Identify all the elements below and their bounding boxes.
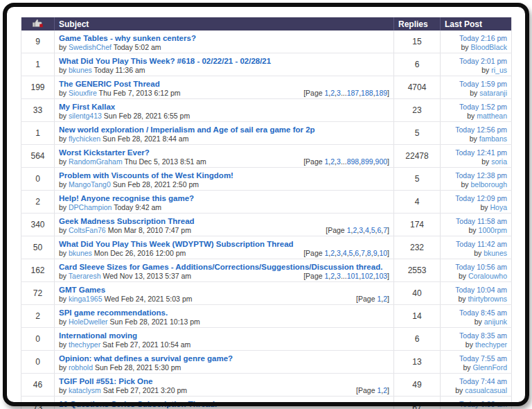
last-post-time-link[interactable]: Today 12:09 pm <box>455 194 507 202</box>
thread-title-link[interactable]: International moving <box>59 331 137 340</box>
last-post-author-link[interactable]: Hoya <box>490 203 507 211</box>
thread-author-link[interactable]: bkunes <box>69 249 92 257</box>
thread-author-link[interactable]: HoleDweller <box>69 317 108 326</box>
thread-title-link[interactable]: Worst Kickstarter Ever? <box>59 148 150 157</box>
page-number-link[interactable]: 2 <box>330 89 335 97</box>
last-post-time-link[interactable]: Today 7:55 am <box>459 354 507 363</box>
thread-title-link[interactable]: Card Sleeve Sizes for Games - Additions/… <box>59 263 382 271</box>
page-number-link[interactable]: 188 <box>361 89 373 97</box>
last-post-author-link[interactable]: soria <box>491 157 507 166</box>
last-post-time-link[interactable]: Today 7:44 am <box>459 377 507 385</box>
page-number-link[interactable]: 5 <box>371 226 375 234</box>
page-number-link[interactable]: 1 <box>325 272 329 280</box>
thread-author-link[interactable]: MangoTang0 <box>69 180 111 189</box>
thread-title-link[interactable]: What Did You Play This Week (WDYPTW) Sub… <box>59 240 294 248</box>
last-post-author-link[interactable]: bkunes <box>484 249 507 257</box>
last-post-time-link[interactable]: Today 10:04 am <box>455 286 507 294</box>
page-number-link[interactable]: 1 <box>325 249 329 257</box>
thread-author-link[interactable]: thechyper <box>69 340 100 349</box>
last-post-author-link[interactable]: casualcasual <box>465 386 507 394</box>
thread-title-link[interactable]: The GENERIC Post Thread <box>59 80 160 88</box>
thread-author-link[interactable]: DPChampion <box>69 203 112 211</box>
last-post-author-link[interactable]: ri_us <box>491 66 507 74</box>
last-post-author-link[interactable]: sataranji <box>479 89 507 97</box>
thread-title-link[interactable]: SPI game recommendations. <box>59 308 168 317</box>
page-number-link[interactable]: 6 <box>355 249 359 257</box>
page-links[interactable]: [Page 1,2,3,4,5,6,7] <box>326 226 389 234</box>
last-post-time-link[interactable]: Today 11:42 am <box>456 240 507 248</box>
thread-author-link[interactable]: Siouxfire <box>69 89 97 97</box>
last-post-author-link[interactable]: Coralouwho <box>468 272 507 280</box>
page-number-link[interactable]: 3 <box>359 226 363 234</box>
last-post-author-link[interactable]: belborough <box>470 180 507 189</box>
page-number-link[interactable]: 2 <box>330 157 335 166</box>
page-number-link[interactable]: 898 <box>347 157 360 166</box>
page-number-link[interactable]: 1 <box>325 157 329 166</box>
page-number-link[interactable]: 2 <box>353 226 357 234</box>
last-post-author-link[interactable]: fambans <box>479 134 507 143</box>
last-post-time-link[interactable]: Today 12:41 pm <box>455 148 507 157</box>
page-number-link[interactable]: 187 <box>347 89 360 97</box>
page-number-link[interactable]: 2 <box>330 249 335 257</box>
page-links[interactable]: [Page 1,2,3,4,5,6,7,8,9,10] <box>303 249 389 257</box>
last-post-author-link[interactable]: anijunk <box>484 317 507 326</box>
page-number-link[interactable]: 8 <box>367 249 371 257</box>
last-post-time-link[interactable]: Today 1:52 pm <box>459 103 507 111</box>
page-links[interactable]: [Page 1,2,3...898,899,900] <box>303 157 389 166</box>
last-post-time-link[interactable]: Today 6:33 am <box>459 400 507 408</box>
subject-column-header[interactable]: Subject <box>55 17 394 31</box>
thread-author-link[interactable]: kataclysm <box>69 386 101 394</box>
last-post-author-link[interactable]: matthean <box>477 112 507 120</box>
page-number-link[interactable]: 899 <box>361 157 373 166</box>
last-post-author-link[interactable]: thechyper <box>475 340 507 349</box>
thread-author-link[interactable]: flychicken <box>69 134 100 143</box>
page-number-link[interactable]: 102 <box>361 272 373 280</box>
thread-author-link[interactable]: silentg413 <box>69 112 102 120</box>
thread-author-link[interactable]: Taeraresh <box>69 272 101 280</box>
page-links[interactable]: [Page 1,2,3...101,102,103] <box>303 272 389 280</box>
thread-title-link[interactable]: Geek Madness Subscription Thread <box>59 217 195 225</box>
page-number-link[interactable]: 5 <box>349 249 353 257</box>
last-post-time-link[interactable]: Today 8:35 am <box>459 331 507 340</box>
last-post-time-link[interactable]: Today 10:56 am <box>455 263 507 271</box>
page-number-link[interactable]: 103 <box>375 272 388 280</box>
thread-author-link[interactable]: bkunes <box>69 66 92 74</box>
thread-title-link[interactable]: What Did You Play This Week? #618 - 02/2… <box>59 57 271 65</box>
page-links[interactable]: [Page 1,2] <box>356 295 389 303</box>
last-post-time-link[interactable]: Today 2:16 pm <box>459 34 507 42</box>
thread-author-link[interactable]: kinga1965 <box>69 295 102 303</box>
thread-title-link[interactable]: New world exploration / Imperialism and … <box>59 125 315 134</box>
page-number-link[interactable]: 1 <box>377 295 381 303</box>
page-number-link[interactable]: 1 <box>325 89 329 97</box>
thread-title-link[interactable]: My First Kallax <box>59 103 115 111</box>
last-post-time-link[interactable]: Today 12:56 pm <box>455 125 507 134</box>
last-post-author-link[interactable]: thirtybrowns <box>468 295 507 303</box>
page-links[interactable]: [Page 1,2] <box>356 386 389 394</box>
thread-author-link[interactable]: robhold <box>69 363 93 372</box>
page-number-link[interactable]: 3 <box>337 249 341 257</box>
page-number-link[interactable]: 4 <box>365 226 369 234</box>
thread-title-link[interactable]: 10 Questions Series Subscription Thread. <box>59 400 217 408</box>
page-number-link[interactable]: 2 <box>330 272 335 280</box>
last-post-time-link[interactable]: Today 8:45 am <box>459 308 507 317</box>
last-post-time-link[interactable]: Today 12:38 pm <box>455 171 507 180</box>
thread-author-link[interactable]: ColtsFan76 <box>69 226 106 234</box>
page-number-link[interactable]: 4 <box>343 249 347 257</box>
page-number-link[interactable]: 1 <box>377 386 381 394</box>
page-number-link[interactable]: 9 <box>373 249 378 257</box>
last-post-time-link[interactable]: Today 2:01 pm <box>459 57 507 65</box>
thread-title-link[interactable]: Game Tables - why sunken centers? <box>59 34 196 42</box>
thread-author-link[interactable]: SwedishChef <box>69 43 112 51</box>
thread-title-link[interactable]: GMT Games <box>59 286 105 294</box>
page-number-link[interactable]: 1 <box>347 226 351 234</box>
page-number-link[interactable]: 900 <box>375 157 388 166</box>
thread-author-link[interactable]: RandomGraham <box>69 157 123 166</box>
last-post-author-link[interactable]: BloodBlack <box>470 43 507 51</box>
last-post-time-link[interactable]: Today 11:58 am <box>456 217 507 225</box>
page-number-link[interactable]: 101 <box>347 272 360 280</box>
thread-title-link[interactable]: Opinion: what defines a survival genre g… <box>59 354 233 363</box>
page-number-link[interactable]: 10 <box>379 249 387 257</box>
page-number-link[interactable]: 7 <box>361 249 365 257</box>
last-post-time-link[interactable]: Today 1:59 pm <box>459 80 507 88</box>
last-post-column-header[interactable]: Last Post <box>441 17 512 31</box>
